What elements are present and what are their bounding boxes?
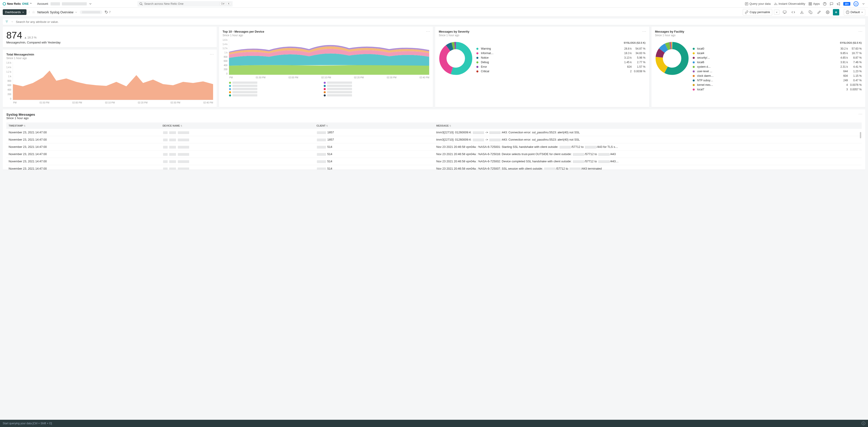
kbd-k: K <box>227 2 231 5</box>
brand-logo[interactable]: New Relic ONE™ <box>3 2 32 5</box>
chat-icon[interactable] <box>830 2 833 6</box>
legend-row[interactable]: clock daem…6041.15 % <box>693 74 862 78</box>
table-row[interactable]: November 23, 2021 14:47:00 1857tmm3[2271… <box>6 129 862 136</box>
tv-mode-button[interactable] <box>781 9 788 15</box>
copy-button[interactable] <box>807 9 814 15</box>
col-header[interactable]: DEVICE NAME⇅ <box>160 123 314 129</box>
chevron-down-icon[interactable] <box>11 21 13 23</box>
legend-item[interactable] <box>229 94 319 96</box>
dashboard-title[interactable]: Network Syslog Overview <box>37 10 78 14</box>
col-header[interactable]: TIMESTAMP⇅ <box>6 123 160 129</box>
chevron-down-icon <box>75 11 78 13</box>
table-row[interactable]: November 23, 2021 14:47:00 514Nov 23 202… <box>6 143 862 151</box>
query-label: Query your data <box>749 2 771 5</box>
permalink-dropdown[interactable] <box>774 10 779 15</box>
favorite-star[interactable]: ☆ <box>32 10 35 14</box>
account-label: Account: <box>37 2 49 5</box>
col-header[interactable]: MESSAGE⇅ <box>434 123 862 129</box>
legend-row[interactable]: Informat…18.3 k34.83 % <box>476 51 646 56</box>
filter-input[interactable] <box>16 20 863 24</box>
copy-permalink-button[interactable]: Copy permalink <box>743 9 772 15</box>
legend-row[interactable]: NTP subsy…2490.47 % <box>693 78 862 83</box>
card-menu-button[interactable]: ··· <box>426 29 430 34</box>
legend-row[interactable]: Debug1.45 k2.77 % <box>476 60 646 65</box>
chart-msgmin[interactable]: 1.6 k1.4 k1.2 k1 k8006004002000 <box>6 62 213 100</box>
legend-row[interactable]: system d…2.31 k4.41 % <box>693 65 862 69</box>
settings-button[interactable] <box>824 9 831 15</box>
kpi-delta-value: 18.3 % <box>27 36 36 39</box>
time-picker[interactable]: Default <box>844 9 865 15</box>
legend-item[interactable] <box>324 81 414 84</box>
legend-item[interactable] <box>324 94 414 96</box>
legend-value: 3.91 k <box>835 61 848 64</box>
legend-row[interactable]: user-level …6441.23 % <box>693 69 862 74</box>
sort-icon: ⇅ <box>181 125 182 127</box>
scrollbar-thumb[interactable] <box>860 132 861 138</box>
legend-item[interactable] <box>229 81 319 84</box>
table-row[interactable]: November 23, 2021 14:47:00 514Nov 23 202… <box>6 151 862 158</box>
table-row[interactable]: November 23, 2021 14:47:00 514Nov 23 202… <box>6 158 862 165</box>
legend-item[interactable] <box>324 91 414 93</box>
user-menu[interactable] <box>854 1 859 6</box>
card-menu-button[interactable]: ··· <box>642 29 646 34</box>
tags-indicator[interactable]: 7 <box>105 10 111 14</box>
dot-icon <box>324 94 326 96</box>
legend-percent: 5.96 % <box>633 56 646 59</box>
legend-row[interactable]: local030.2 k57.63 % <box>693 46 862 51</box>
card-menu-button[interactable]: ··· <box>859 29 863 34</box>
col-header[interactable]: CLIENT⇅ <box>314 123 434 129</box>
edit-button[interactable] <box>816 9 823 15</box>
query-data-link[interactable]: Query your data <box>745 2 771 6</box>
code-button[interactable] <box>790 9 797 15</box>
dot-icon <box>476 57 478 59</box>
card-menu-button[interactable]: ··· <box>859 111 863 117</box>
legend-row[interactable]: security/…4.65 k8.87 % <box>693 56 862 60</box>
copy-icon <box>809 10 812 14</box>
kbd-ctrl: Ctrl <box>220 2 226 5</box>
plus-icon <box>834 10 838 14</box>
help-icon[interactable] <box>823 2 827 6</box>
legend-item[interactable] <box>324 88 414 90</box>
legend-row[interactable]: Warning28.8 k54.87 % <box>476 46 646 51</box>
legend-item[interactable] <box>324 85 414 87</box>
legend-row[interactable]: local730.0057 % <box>693 87 862 92</box>
donut-severity[interactable] <box>439 41 473 75</box>
legend-row[interactable]: Critical20.0038 % <box>476 69 646 74</box>
legend-value: 249 <box>835 79 848 82</box>
card-total-msgmin: ··· Total Messages/min Since 1 hour ago … <box>3 50 217 107</box>
global-search[interactable]: Ctrl K <box>137 1 232 6</box>
chevron-down-icon[interactable] <box>862 2 865 6</box>
legend-item[interactable] <box>229 85 319 87</box>
entity-pill[interactable] <box>80 10 102 14</box>
power-icon <box>855 2 857 5</box>
legend-row[interactable]: Notice3.13 k5.96 % <box>476 56 646 60</box>
add-widget-button[interactable] <box>833 9 839 15</box>
gear-icon <box>826 10 830 14</box>
announce-icon[interactable] <box>837 2 840 6</box>
dashboards-button[interactable]: Dashboards <box>3 9 27 15</box>
svg-rect-4 <box>809 4 810 5</box>
chart-top10[interactable]: 1.6 k1.4 k1.2 k1 k8006004002000 <box>223 39 430 75</box>
search-input[interactable] <box>144 2 219 5</box>
card-menu-button[interactable]: ··· <box>210 52 214 57</box>
instant-obs-link[interactable]: Instant Observability <box>774 2 805 6</box>
legend-row[interactable]: local49.85 k18.77 % <box>693 51 862 56</box>
legend-value: 28.8 k <box>619 47 632 50</box>
cell-client: 514 <box>314 143 434 151</box>
apps-link[interactable]: Apps <box>808 2 820 6</box>
legend-row[interactable]: local63.91 k7.46 % <box>693 60 862 65</box>
download-button[interactable] <box>799 9 805 15</box>
legend-item[interactable] <box>229 88 319 90</box>
legend-row[interactable]: Error8241.57 % <box>476 65 646 69</box>
chevron-down-icon <box>776 11 778 13</box>
filter-icon[interactable] <box>5 20 9 24</box>
table-row[interactable]: November 23, 2021 14:47:00 1857tmm3[2271… <box>6 136 862 143</box>
donut-facility[interactable] <box>655 41 689 75</box>
breadcrumb-sep: / <box>29 10 30 14</box>
code-icon <box>792 10 795 14</box>
account-picker[interactable]: Account: <box>37 2 92 6</box>
legend-row[interactable]: kernel mes…40.0076 % <box>693 83 862 87</box>
legend-item[interactable] <box>229 91 319 93</box>
table-row[interactable]: November 23, 2021 14:47:00 514Nov 23 202… <box>6 165 862 170</box>
notif-badge[interactable]: 10+ <box>843 2 850 6</box>
